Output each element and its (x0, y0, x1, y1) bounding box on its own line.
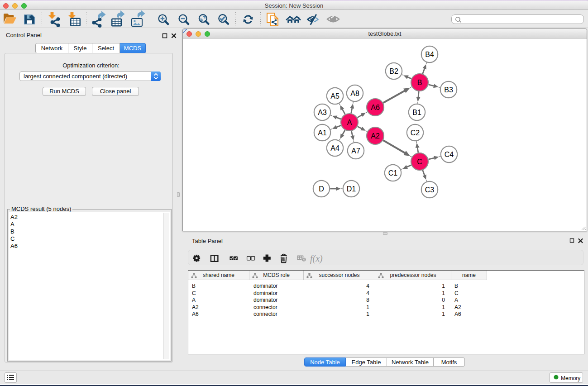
svg-text:B3: B3 (444, 86, 453, 94)
svg-text:A: A (347, 119, 352, 126)
svg-text:A6: A6 (371, 104, 380, 111)
svg-text:A2: A2 (371, 132, 380, 140)
svg-text:B2: B2 (389, 67, 398, 75)
svg-text:A1: A1 (318, 129, 327, 137)
svg-text:D: D (319, 185, 324, 193)
svg-text:A3: A3 (318, 109, 327, 116)
svg-text:C1: C1 (388, 169, 398, 177)
svg-text:C: C (417, 158, 422, 166)
svg-text:D1: D1 (347, 185, 356, 193)
svg-text:C2: C2 (411, 129, 420, 137)
svg-text:A7: A7 (351, 147, 360, 155)
svg-text:A4: A4 (330, 144, 339, 152)
svg-text:A5: A5 (330, 92, 339, 100)
svg-text:A8: A8 (350, 90, 359, 97)
svg-text:B: B (417, 79, 422, 86)
svg-text:B1: B1 (412, 109, 421, 116)
svg-text:C4: C4 (445, 151, 454, 158)
svg-text:C3: C3 (425, 186, 435, 194)
svg-text:B4: B4 (425, 51, 434, 58)
svg-text:f(x): f(x) (310, 253, 323, 264)
